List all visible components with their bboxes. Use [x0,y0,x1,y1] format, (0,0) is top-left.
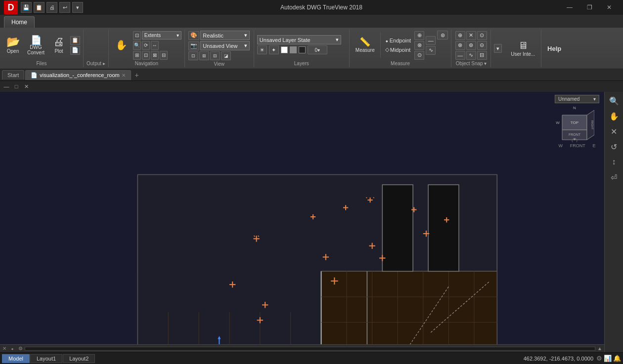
measure-extra-4[interactable]: — [426,36,436,45]
measure-extra-6[interactable]: ⊛ [437,31,448,40]
layers-col: Unsaved Layer State ▾ ☀ ✦ 0 ▾ [257,35,346,55]
view-extra-4[interactable]: ◪ [221,51,231,60]
rt-enter[interactable]: ⏎ [607,170,621,184]
midpoint-button[interactable]: ◇ Midpoint [383,45,413,54]
snap-3[interactable]: ⊙ [477,31,487,40]
measure-extra-3[interactable]: ⊙ [414,51,424,60]
zoom-icon[interactable]: 🔍 [133,41,141,50]
snap-9[interactable]: ⊟ [477,51,487,60]
color-swatch-black [299,46,306,53]
rt-scroll[interactable]: ↕ [607,155,621,169]
rt-zoom[interactable]: 🔍 [607,94,621,108]
view-extra-2[interactable]: ⊞ [199,51,209,60]
output-group-label[interactable]: Output ▸ [87,61,105,66]
snap-2[interactable]: ✕ [466,31,476,40]
maximize-button[interactable]: ❐ [579,0,599,15]
status-icon-group: ⚙ 📊 🔔 [596,355,621,362]
open-button[interactable]: 📂 Open [3,35,23,55]
status-settings-icon[interactable]: ⚙ [596,355,602,362]
view-style-icon[interactable]: 🎨 [188,31,199,40]
snap-arrow[interactable]: ▾ [484,61,487,66]
nav-items: ✋ ⊡ Extents ▾ 🔍 ⟳ ↔ [112,31,181,60]
rt-rotate[interactable]: ↺ [607,140,621,154]
cmd-marker[interactable]: ⬥ [9,345,16,352]
open-icon-btn[interactable]: 📋 [34,2,44,13]
view-name-icon[interactable]: 📷 [188,41,199,50]
snap-1[interactable]: ⊕ [455,31,465,40]
measure-extra-1[interactable]: ⊕ [414,31,424,40]
dropdown-icon-btn[interactable]: ▾ [72,2,83,13]
nav-btn-1[interactable]: ⊞ [133,51,141,60]
measure-extra2: — ∿ [426,36,436,55]
view-arrow: ▾ [244,42,247,49]
status-right: 462.3692, -216.4673, 0.0000 ⚙ 📊 🔔 [524,355,621,362]
nav-btn-4[interactable]: ⊟ [160,51,168,60]
pan-button[interactable]: ✋ [112,39,132,52]
extents-icon[interactable]: ⊡ [133,31,141,40]
minimize-button[interactable]: — [560,0,579,15]
viewcube-label[interactable]: Unnamed ▾ [555,95,599,103]
snap-6[interactable]: ⊝ [477,41,487,50]
undo-icon-btn[interactable]: ↩ [59,2,70,13]
tab-home[interactable]: Home [4,16,35,28]
close-button[interactable]: ✕ [599,0,619,15]
save-icon-btn[interactable]: 💾 [21,2,32,13]
snap-4[interactable]: ⊗ [455,41,465,50]
plot-button[interactable]: 🖨 Plot [49,35,69,55]
svg-rect-26 [382,185,413,271]
rt-orbit[interactable]: ✕ [607,124,621,138]
status-tab-layout1[interactable]: Layout1 [30,354,62,363]
scroll-up[interactable]: ▲ [596,345,603,352]
cmd-settings[interactable]: ⚙ [17,345,24,352]
view-style-dropdown[interactable]: Realistic ▾ [200,31,250,40]
file-extra-buttons: 📋 📄 [70,36,80,55]
extra-arrow[interactable]: ▾ [494,44,502,53]
file-btn-1[interactable]: 📋 [70,36,80,45]
snap-5[interactable]: ⊛ [466,41,476,50]
status-tab-model[interactable]: Model [2,354,30,363]
vp-minimize[interactable]: — [2,82,11,91]
measure-extra-2[interactable]: ⊗ [414,41,424,50]
snap-7[interactable]: — [455,51,465,60]
endpoint-button[interactable]: ⬥ Endpoint [383,37,413,44]
layers-items: Unsaved Layer State ▾ ☀ ✦ 0 ▾ [257,31,346,60]
file-btn-2[interactable]: 📄 [70,46,80,55]
status-notification-icon[interactable]: 🔔 [613,355,621,362]
status-tab-layout2[interactable]: Layout2 [63,354,95,363]
ui-icon: 🖥 [518,40,528,50]
viewcube-cube-wrapper[interactable]: TOP FRONT RIGHT N W [555,105,594,142]
user-interface-button[interactable]: 🖥 User Inte... [508,39,538,58]
snap-8[interactable]: ∿ [466,51,476,60]
tab-conference[interactable]: 📄 visualization_-_conference_room ✕ [25,70,131,80]
print-icon-btn[interactable]: 🖨 [46,2,57,13]
endpoint-label: Endpoint [390,38,411,43]
tab-conference-close[interactable]: ✕ [122,73,126,78]
nav-btn-2[interactable]: ⊡ [142,51,150,60]
orbit-icon[interactable]: ⟳ [142,41,150,50]
view-extra-1[interactable]: ⊡ [188,51,198,60]
nav-btn-3[interactable]: ⊠ [151,51,159,60]
extents-dropdown[interactable]: Extents ▾ [142,31,181,40]
walk-icon[interactable]: ↔ [151,41,159,50]
view-dropdown[interactable]: Unsaved View ▾ [200,41,250,50]
help-button[interactable]: Help [544,43,564,54]
add-tab-button[interactable]: + [132,71,142,80]
view-extra-3[interactable]: ⊟ [210,51,220,60]
vp-maximize[interactable]: ✕ [22,82,31,91]
status-chart-icon[interactable]: 📊 [604,355,612,362]
dwg-convert-button[interactable]: 📄 DWGConvert [24,34,47,57]
tab-conference-icon: 📄 [31,72,38,79]
layer-sun-icon[interactable]: ☀ [257,45,267,54]
layer-light-icon[interactable]: ✦ [269,45,279,54]
view-value: Unsaved View [203,43,237,49]
measure-button[interactable]: 📏 Measure [353,36,378,54]
measure-extra-5[interactable]: ∿ [426,46,436,55]
rt-pan[interactable]: ✋ [607,109,621,123]
layer-num-dropdown[interactable]: 0 ▾ [308,45,327,54]
layer-state-dropdown[interactable]: Unsaved Layer State ▾ [257,35,341,44]
scrollbar-track[interactable] [25,347,595,351]
vp-restore[interactable]: □ [12,82,21,91]
scroll-left[interactable]: ✕ [1,345,8,352]
tab-start[interactable]: Start [2,70,24,80]
svg-line-30 [366,198,367,198]
